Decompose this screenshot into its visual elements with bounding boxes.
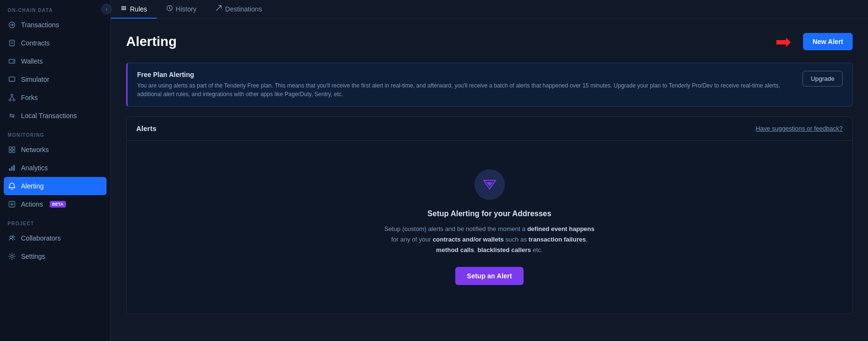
page-header: Alerting ➡ New Alert xyxy=(126,32,853,51)
svg-line-11 xyxy=(10,96,12,99)
destinations-tab-icon xyxy=(215,5,222,13)
banner-title: Free Plan Alerting xyxy=(137,71,793,78)
svg-rect-17 xyxy=(9,168,11,171)
simulator-label: Simulator xyxy=(21,76,49,83)
sidebar-item-networks[interactable]: Networks xyxy=(0,141,110,159)
sidebar-section-monitoring: MONITORING xyxy=(0,125,110,141)
networks-label: Networks xyxy=(21,146,49,154)
empty-desc-bold3: transaction failures xyxy=(529,236,586,243)
banner-description: You are using alerts as part of the Tend… xyxy=(137,81,793,99)
alerts-section-label: Alerts xyxy=(136,124,157,132)
empty-state-icon xyxy=(474,169,505,200)
settings-icon xyxy=(8,252,16,261)
actions-beta-badge: Beta xyxy=(50,201,66,208)
contracts-label: Contracts xyxy=(21,39,50,47)
new-alert-button[interactable]: New Alert xyxy=(803,33,853,50)
actions-label: Actions xyxy=(21,200,43,208)
empty-desc-line2: for any of your xyxy=(391,236,433,243)
sidebar-item-analytics[interactable]: Analytics xyxy=(0,159,110,177)
svg-rect-15 xyxy=(9,150,11,153)
svg-rect-19 xyxy=(13,165,15,171)
empty-desc-line3: such as xyxy=(504,236,528,243)
sidebar-item-local-transactions[interactable]: Local Transactions xyxy=(0,107,110,125)
sidebar-item-alerting[interactable]: Alerting ➡ xyxy=(4,177,107,195)
upgrade-button[interactable]: Upgrade xyxy=(803,71,843,87)
svg-rect-13 xyxy=(9,147,11,149)
empty-state-description: Setup (custom) alerts and be notified th… xyxy=(384,224,594,255)
local-transactions-icon xyxy=(8,111,16,120)
svg-rect-1 xyxy=(10,40,14,46)
transactions-icon xyxy=(8,21,16,29)
sidebar-item-actions[interactable]: Actions Beta xyxy=(0,195,110,213)
setup-alert-button[interactable]: Setup an Alert xyxy=(455,267,523,285)
svg-point-21 xyxy=(10,236,12,239)
free-plan-banner: Free Plan Alerting You are using alerts … xyxy=(126,63,853,107)
svg-point-9 xyxy=(9,99,11,101)
wallets-icon xyxy=(8,57,16,66)
svg-point-10 xyxy=(13,99,15,101)
sidebar-item-settings[interactable]: Settings xyxy=(0,247,110,265)
empty-desc-line4: , xyxy=(586,236,588,243)
svg-point-8 xyxy=(11,94,13,96)
svg-rect-18 xyxy=(11,166,13,171)
empty-desc-line5: , xyxy=(474,246,477,253)
page-content-area: Alerting ➡ New Alert Free Plan Alerting … xyxy=(111,19,868,341)
history-tab-label: History xyxy=(176,5,197,13)
tab-rules[interactable]: Rules xyxy=(111,0,157,19)
alerting-icon xyxy=(8,182,16,190)
svg-rect-14 xyxy=(12,147,15,149)
sidebar-item-wallets[interactable]: Wallets xyxy=(0,52,110,70)
right-arrow-indicator: ➡ xyxy=(775,32,792,51)
contracts-icon xyxy=(8,39,16,47)
alerting-label: Alerting xyxy=(21,182,43,190)
collaborators-label: Collaborators xyxy=(21,234,61,242)
analytics-label: Analytics xyxy=(21,164,48,172)
tab-destinations[interactable]: Destinations xyxy=(206,0,271,19)
rules-tab-icon xyxy=(120,5,127,13)
transactions-label: Transactions xyxy=(21,21,59,29)
analytics-icon xyxy=(8,164,16,172)
svg-rect-16 xyxy=(12,150,15,153)
empty-desc-line6: etc. xyxy=(531,246,543,253)
sidebar-item-forks[interactable]: Forks xyxy=(0,88,110,107)
sidebar-section-project: PROJECT xyxy=(0,213,110,229)
banner-text: Free Plan Alerting You are using alerts … xyxy=(137,71,793,99)
forks-label: Forks xyxy=(21,94,38,101)
sidebar-collapse-button[interactable]: ‹ xyxy=(101,4,111,14)
sidebar-item-simulator[interactable]: Simulator xyxy=(0,70,110,88)
sidebar-item-contracts[interactable]: Contracts xyxy=(0,34,110,52)
svg-rect-4 xyxy=(9,59,15,63)
networks-icon xyxy=(8,145,16,154)
alerts-section-header: Alerts Have suggestions or feedback? xyxy=(127,117,852,141)
tab-history[interactable]: History xyxy=(157,0,206,19)
tabs-bar: Rules History Destinations xyxy=(111,0,868,19)
svg-rect-6 xyxy=(9,77,15,81)
empty-desc-bold1: defined event happens xyxy=(527,225,595,232)
actions-icon xyxy=(8,200,16,209)
collaborators-icon xyxy=(8,234,16,242)
destinations-tab-label: Destinations xyxy=(225,5,262,13)
empty-desc-bold4: method calls xyxy=(436,246,474,253)
svg-point-23 xyxy=(11,255,13,258)
sidebar: ‹ ON-CHAIN DATA Transactions Contracts W… xyxy=(0,0,111,341)
empty-desc-bold5: blacklisted callers xyxy=(478,246,531,253)
alerts-section: Alerts Have suggestions or feedback? Set… xyxy=(126,116,853,314)
feedback-link[interactable]: Have suggestions or feedback? xyxy=(756,125,843,132)
rules-tab-label: Rules xyxy=(130,5,147,13)
svg-point-22 xyxy=(12,236,14,238)
forks-icon xyxy=(8,93,16,102)
svg-line-12 xyxy=(12,96,14,99)
history-tab-icon xyxy=(166,5,173,13)
sidebar-item-collaborators[interactable]: Collaborators xyxy=(0,229,110,247)
local-transactions-label: Local Transactions xyxy=(21,112,77,120)
empty-desc-line1: Setup (custom) alerts and be notified th… xyxy=(384,225,527,232)
empty-state-title: Setup Alerting for your Addresses xyxy=(428,209,551,218)
settings-label: Settings xyxy=(21,253,45,260)
wallets-label: Wallets xyxy=(21,57,43,65)
svg-point-5 xyxy=(13,61,14,62)
alerts-empty-state: Setup Alerting for your Addresses Setup … xyxy=(127,141,852,314)
main-content: Rules History Destinations Alerting ➡ Ne… xyxy=(111,0,868,341)
sidebar-item-transactions[interactable]: Transactions xyxy=(0,16,110,34)
empty-desc-bold2: contracts and/or wallets xyxy=(433,236,504,243)
page-title: Alerting xyxy=(126,34,177,49)
